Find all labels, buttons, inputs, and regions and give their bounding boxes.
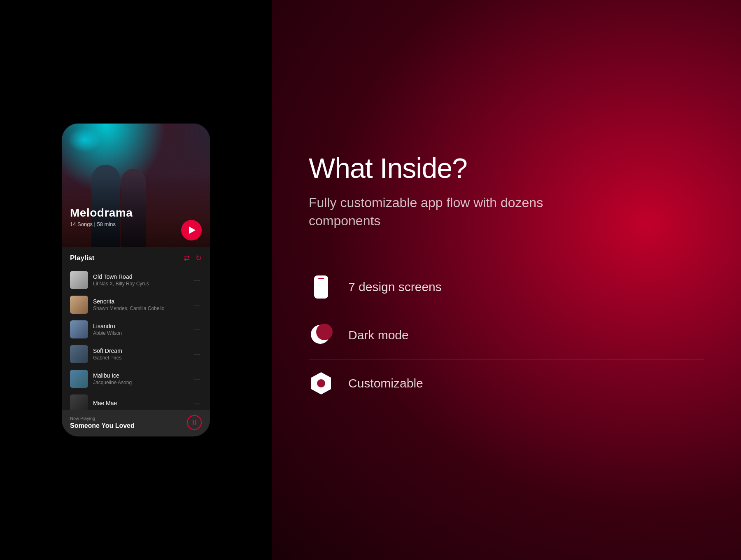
song-more-icon[interactable]: ··· <box>192 299 202 311</box>
pause-bar-right <box>195 420 196 425</box>
pause-button[interactable] <box>187 415 202 430</box>
phone-mockup: Melodrama 14 Songs | 58 mins Playlist ⇄ … <box>62 124 210 436</box>
song-artist: Jacqueline Asong <box>93 380 187 385</box>
phone-icon-shape <box>314 275 328 299</box>
hex-icon <box>309 371 333 396</box>
album-title: Melodrama <box>70 206 133 219</box>
now-playing-label: Now Playing <box>70 416 187 421</box>
album-info: Melodrama 14 Songs | 58 mins <box>70 206 133 227</box>
moon-icon <box>309 323 333 348</box>
song-more-icon[interactable]: ··· <box>192 373 202 385</box>
phone-icon <box>309 275 333 299</box>
song-item[interactable]: Mae Mae ··· <box>62 391 210 410</box>
subtitle: Fully customizable app flow with dozens … <box>309 194 564 231</box>
pause-bar-left <box>193 420 194 425</box>
feature-item-dark: Dark mode <box>309 311 704 359</box>
features-list: 7 design screens Dark mode Customizable <box>309 263 704 407</box>
song-artist: Gabriel Pires <box>93 355 187 361</box>
shuffle-icon[interactable]: ⇄ <box>184 254 190 263</box>
song-thumb <box>70 320 88 338</box>
song-more-icon[interactable]: ··· <box>192 274 202 286</box>
song-thumb <box>70 345 88 363</box>
hex-icon-svg <box>310 371 332 395</box>
right-panel: What Inside? Fully customizable app flow… <box>272 0 741 560</box>
now-playing-title: Someone You Loved <box>70 422 187 429</box>
song-info: Lisandro Abbie Wilson <box>93 323 187 336</box>
song-item[interactable]: Lisandro Abbie Wilson ··· <box>62 317 210 342</box>
feature-label-screens: 7 design screens <box>348 280 442 294</box>
album-header: Melodrama 14 Songs | 58 mins <box>62 124 210 247</box>
song-info: Malibu Ice Jacqueline Asong <box>93 372 187 385</box>
song-item[interactable]: Soft Dream Gabriel Pires ··· <box>62 342 210 366</box>
song-thumb <box>70 394 88 410</box>
song-thumb <box>70 296 88 314</box>
playlist-title: Playlist <box>70 254 95 262</box>
song-name: Mae Mae <box>93 400 187 406</box>
song-name: Malibu Ice <box>93 372 187 379</box>
svg-point-1 <box>317 379 325 387</box>
playlist-section: Playlist ⇄ ↻ Old Town Road Lil Nas X, Bi… <box>62 247 210 436</box>
left-panel: Melodrama 14 Songs | 58 mins Playlist ⇄ … <box>0 0 272 560</box>
feature-label-custom: Customizable <box>348 376 423 390</box>
song-item[interactable]: Senorita Shawn Mendes, Camilla Cobello ·… <box>62 292 210 317</box>
song-artist: Abbie Wilson <box>93 330 187 336</box>
song-info: Senorita Shawn Mendes, Camilla Cobello <box>93 298 187 311</box>
song-name: Senorita <box>93 298 187 305</box>
song-item[interactable]: Malibu Ice Jacqueline Asong ··· <box>62 366 210 391</box>
song-info: Old Town Road Lil Nas X, Billy Ray Cyrus <box>93 273 187 287</box>
neon-accent <box>68 128 101 152</box>
moon-cutout <box>316 324 333 340</box>
album-meta: 14 Songs | 58 mins <box>70 221 133 227</box>
repeat-icon[interactable]: ↻ <box>196 254 202 263</box>
song-artist: Shawn Mendes, Camilla Cobello <box>93 306 187 311</box>
song-thumb <box>70 271 88 289</box>
feature-label-dark: Dark mode <box>348 328 409 342</box>
playlist-controls: ⇄ ↻ <box>184 254 202 263</box>
feature-item-screens: 7 design screens <box>309 263 704 311</box>
song-artist: Lil Nas X, Billy Ray Cyrus <box>93 281 187 287</box>
song-more-icon[interactable]: ··· <box>192 324 202 336</box>
song-info: Soft Dream Gabriel Pires <box>93 348 187 361</box>
song-more-icon[interactable]: ··· <box>192 398 202 410</box>
headline: What Inside? <box>309 153 704 184</box>
song-info: Mae Mae <box>93 400 187 407</box>
song-name: Old Town Road <box>93 273 187 280</box>
moon-icon-container <box>311 325 331 345</box>
song-item[interactable]: Old Town Road Lil Nas X, Billy Ray Cyrus… <box>62 268 210 292</box>
play-button[interactable] <box>181 220 202 240</box>
song-thumb <box>70 370 88 388</box>
playlist-header: Playlist ⇄ ↻ <box>62 247 210 268</box>
song-name: Lisandro <box>93 323 187 329</box>
song-list: Old Town Road Lil Nas X, Billy Ray Cyrus… <box>62 268 210 410</box>
pause-icon <box>193 420 196 425</box>
song-name: Soft Dream <box>93 348 187 354</box>
feature-item-custom: Customizable <box>309 359 704 407</box>
song-more-icon[interactable]: ··· <box>192 348 202 360</box>
now-playing-info: Now Playing Someone You Loved <box>70 416 187 429</box>
now-playing-bar: Now Playing Someone You Loved <box>62 410 210 436</box>
